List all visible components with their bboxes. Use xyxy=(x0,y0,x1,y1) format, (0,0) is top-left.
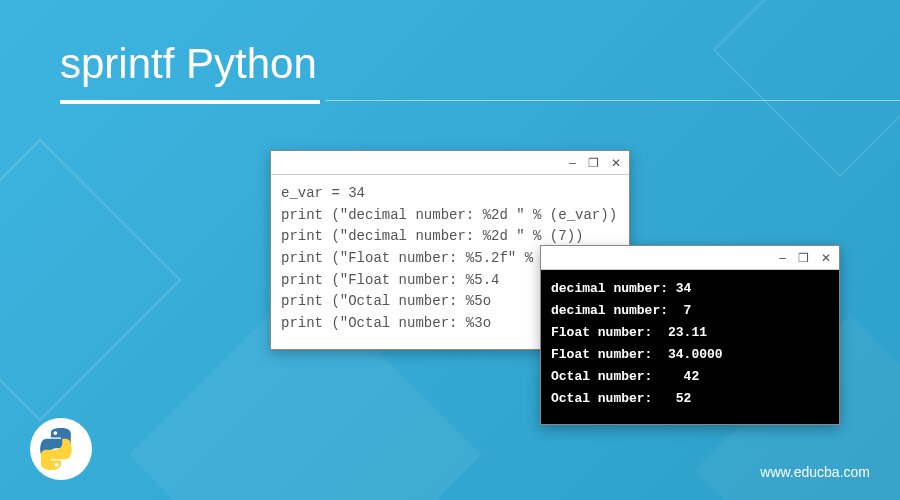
window-titlebar: – ❐ ✕ xyxy=(541,246,839,270)
title-underline xyxy=(60,100,320,104)
bg-shape xyxy=(713,0,900,177)
python-logo-icon xyxy=(30,418,92,480)
close-icon[interactable]: ✕ xyxy=(821,252,831,264)
bg-shape xyxy=(0,139,181,422)
close-icon[interactable]: ✕ xyxy=(611,157,621,169)
minimize-icon[interactable]: – xyxy=(569,157,576,169)
maximize-icon[interactable]: ❐ xyxy=(798,252,809,264)
window-titlebar: – ❐ ✕ xyxy=(271,151,629,175)
watermark-text: www.educba.com xyxy=(760,464,870,480)
terminal-output: decimal number: 34 decimal number: 7 Flo… xyxy=(541,270,839,419)
minimize-icon[interactable]: – xyxy=(779,252,786,264)
terminal-window: – ❐ ✕ decimal number: 34 decimal number:… xyxy=(540,245,840,425)
python-icon xyxy=(40,428,82,470)
page-title: sprintf Python xyxy=(60,40,317,88)
maximize-icon[interactable]: ❐ xyxy=(588,157,599,169)
